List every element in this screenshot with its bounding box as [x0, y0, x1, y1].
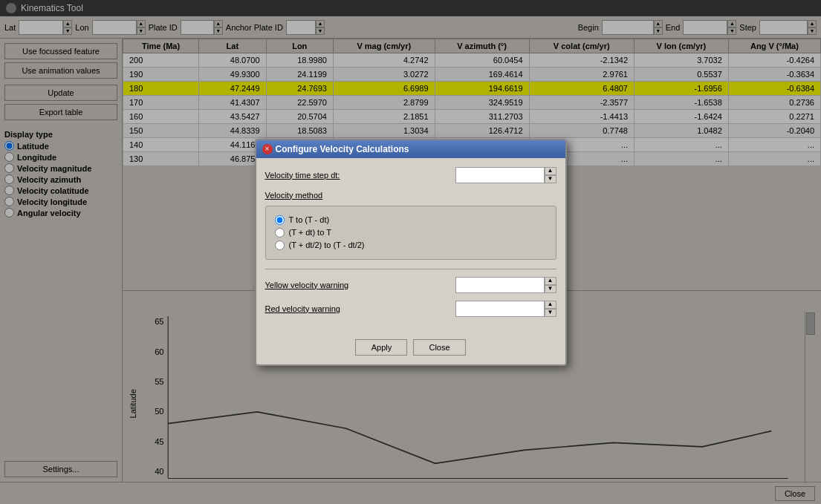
red-warning-input[interactable]: 30.00 cm/yr	[455, 301, 545, 317]
modal-close-x-button[interactable]: ×	[262, 144, 273, 154]
velocity-time-step-row: Velocity time step dt: 10.00 Ma ▲ ▼	[265, 167, 556, 183]
yellow-warning-label: Yellow velocity warning	[265, 281, 349, 289]
configure-modal: × Configure Velocity Calculations Veloci…	[255, 139, 567, 366]
method-label-1: T to (T - dt)	[289, 215, 330, 224]
velocity-time-step-input[interactable]: 10.00 Ma	[455, 167, 545, 183]
yellow-warning-row: Yellow velocity warning 6.00 cm/yr ▲ ▼	[265, 277, 556, 293]
red-warning-label: Red velocity warning	[265, 304, 341, 313]
red-warning-spinner[interactable]: 30.00 cm/yr ▲ ▼	[455, 301, 556, 317]
yellow-warning-down[interactable]: ▼	[545, 285, 556, 293]
velocity-time-step-up[interactable]: ▲	[545, 167, 556, 175]
modal-divider	[265, 269, 556, 269]
modal-close-button[interactable]: Close	[413, 339, 465, 356]
method-radio-3[interactable]	[275, 240, 285, 250]
velocity-time-step-label: Velocity time step dt:	[265, 171, 340, 180]
modal-body: Velocity time step dt: 10.00 Ma ▲ ▼ Velo…	[256, 158, 565, 333]
yellow-warning-up[interactable]: ▲	[545, 277, 556, 285]
apply-button[interactable]: Apply	[355, 339, 407, 356]
method-option-3[interactable]: (T + dt/2) to (T - dt/2)	[275, 240, 547, 250]
yellow-warning-input[interactable]: 6.00 cm/yr	[455, 277, 545, 293]
modal-title: Configure Velocity Calculations	[276, 144, 409, 154]
method-radio-2[interactable]	[275, 228, 285, 238]
method-option-1[interactable]: T to (T - dt)	[275, 215, 547, 225]
velocity-time-step-spinner[interactable]: 10.00 Ma ▲ ▼	[455, 167, 556, 183]
modal-overlay: × Configure Velocity Calculations Veloci…	[0, 0, 821, 504]
method-radio-1[interactable]	[275, 215, 285, 225]
method-label-2: (T + dt) to T	[289, 228, 331, 237]
velocity-method-section: Velocity method T to (T - dt) (T + dt) t…	[265, 191, 556, 260]
red-warning-up[interactable]: ▲	[545, 301, 556, 309]
method-option-2[interactable]: (T + dt) to T	[275, 228, 547, 238]
yellow-warning-spinner[interactable]: 6.00 cm/yr ▲ ▼	[455, 277, 556, 293]
red-warning-down[interactable]: ▼	[545, 309, 556, 317]
method-label-3: (T + dt/2) to (T - dt/2)	[289, 240, 365, 249]
modal-footer: Apply Close	[256, 333, 565, 364]
modal-titlebar-left: × Configure Velocity Calculations	[262, 144, 409, 154]
velocity-method-label: Velocity method	[265, 191, 556, 200]
red-warning-row: Red velocity warning 30.00 cm/yr ▲ ▼	[265, 301, 556, 317]
modal-titlebar: × Configure Velocity Calculations	[256, 140, 565, 158]
velocity-time-step-down[interactable]: ▼	[545, 175, 556, 183]
velocity-method-radio-group: T to (T - dt) (T + dt) to T (T + dt/2) t…	[265, 206, 556, 260]
